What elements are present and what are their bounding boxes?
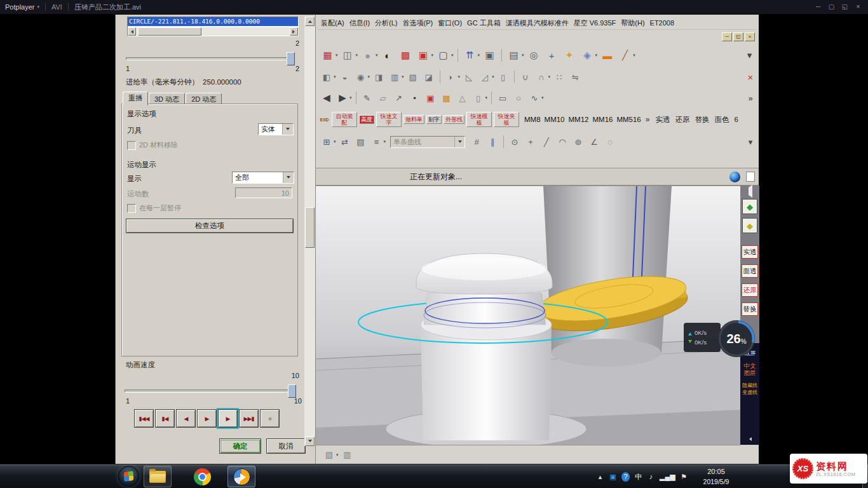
plugin-button[interactable]: 中文图层 bbox=[742, 362, 758, 376]
horizontal-scrollbar[interactable] bbox=[128, 27, 298, 36]
first-frame-button[interactable]: ▮◀◀ bbox=[134, 409, 154, 428]
shell-icon[interactable]: ▯ bbox=[496, 70, 510, 84]
display-mode-button[interactable]: 替换 bbox=[693, 115, 710, 125]
move-up-icon[interactable]: ⇈ bbox=[462, 48, 478, 64]
delete-red-icon[interactable]: × bbox=[743, 70, 757, 84]
engrave-button[interactable]: 刻字 bbox=[426, 115, 442, 124]
hole-icon[interactable]: ◉ bbox=[354, 70, 368, 84]
height-button[interactable]: 高度 bbox=[359, 115, 374, 124]
dropdown-arrow-icon[interactable]: ▾ bbox=[356, 53, 358, 58]
plane-icon[interactable]: ▱ bbox=[376, 91, 390, 105]
frame-slider[interactable] bbox=[126, 52, 295, 65]
dropdown-arrow-icon[interactable]: ▾ bbox=[485, 95, 488, 100]
compare-icon[interactable]: ◈ bbox=[580, 48, 595, 64]
boss-icon[interactable]: ◨ bbox=[372, 70, 386, 84]
dropdown-button[interactable] bbox=[283, 172, 294, 183]
cube-gold-icon[interactable]: ▩ bbox=[440, 91, 454, 105]
exd-icon[interactable]: EXD bbox=[320, 118, 329, 122]
snap-grid-icon[interactable]: ⊞ bbox=[320, 135, 334, 149]
slash-icon[interactable]: ╱ bbox=[617, 48, 633, 64]
ruler-icon[interactable]: ▬ bbox=[599, 48, 615, 64]
play-button[interactable]: ▶ bbox=[218, 409, 238, 428]
checkbox-box[interactable] bbox=[127, 141, 136, 150]
snap-arc-icon[interactable]: ◠ bbox=[555, 135, 569, 149]
slider-track[interactable] bbox=[125, 390, 296, 393]
snap-point-icon[interactable]: ⊙ bbox=[508, 135, 522, 149]
yellow-diamond-button[interactable]: ◆ bbox=[742, 218, 757, 233]
material-removal-checkbox[interactable]: 2D 材料移除 bbox=[127, 140, 178, 150]
sheet-list-icon[interactable]: ▤ bbox=[506, 48, 522, 64]
mm-size-button[interactable]: MM12 bbox=[569, 116, 589, 123]
material-list-button[interactable]: 做料单 bbox=[403, 115, 424, 124]
window-icon[interactable]: ▣ bbox=[482, 48, 498, 64]
start-button[interactable] bbox=[118, 466, 139, 487]
view-layout-icon[interactable]: ◫ bbox=[340, 48, 356, 64]
display-mode-button[interactable]: 实透 bbox=[654, 115, 671, 125]
more-chevron-icon[interactable]: » bbox=[743, 91, 757, 105]
dropdown-arrow-icon[interactable]: ▾ bbox=[349, 95, 352, 100]
step-forward-button[interactable]: ▶ bbox=[197, 409, 217, 428]
gcode-selected-line[interactable]: CIRCLE/-221.811,-18.416,0.000,0.0000 bbox=[128, 17, 298, 26]
display-mode-button[interactable]: 6 bbox=[733, 116, 739, 123]
menu-item[interactable]: ET2008 bbox=[648, 18, 677, 28]
collapse-arrow-icon[interactable] bbox=[747, 437, 752, 441]
curve-type-select[interactable]: 单条曲线 bbox=[390, 136, 465, 148]
target-icon[interactable]: ◎ bbox=[526, 48, 542, 64]
scrollbar-thumb[interactable] bbox=[138, 27, 201, 36]
minimize-button[interactable]: ─ bbox=[812, 1, 824, 13]
child-minimize-button[interactable]: ─ bbox=[722, 32, 732, 41]
taskbar-chrome-button[interactable] bbox=[188, 466, 216, 487]
dropdown-arrow-icon[interactable]: ▾ bbox=[548, 74, 551, 79]
sketch-icon[interactable]: ✎ bbox=[360, 91, 374, 105]
rib-icon[interactable]: ◪ bbox=[422, 70, 436, 84]
menu-item[interactable]: 首选项(P) bbox=[400, 17, 436, 29]
taskbar-potplayer-button[interactable] bbox=[227, 466, 255, 487]
quick-text-button[interactable]: 快速文字 bbox=[376, 112, 402, 127]
dialog-scrollbar[interactable] bbox=[304, 17, 315, 446]
scrollbar-track[interactable] bbox=[136, 27, 290, 36]
rect-tool-icon[interactable]: ▭ bbox=[496, 91, 510, 105]
child-close-button[interactable]: × bbox=[745, 32, 755, 41]
taskbar-explorer-button[interactable] bbox=[144, 466, 172, 487]
mm-size-button[interactable]: MM8 bbox=[524, 116, 541, 123]
shaded-view-icon[interactable]: ◐ bbox=[380, 48, 396, 64]
draft-icon[interactable]: ◿ bbox=[478, 70, 492, 84]
quick-template-button[interactable]: 快速模板 bbox=[466, 112, 492, 127]
menu-item[interactable]: 星空 V6.935F bbox=[571, 17, 619, 29]
circle-tool-icon[interactable]: ○ bbox=[512, 91, 526, 105]
collapse-arrow-icon[interactable] bbox=[747, 187, 752, 195]
revolve-icon[interactable]: ◒ bbox=[338, 70, 352, 84]
cube-display-icon[interactable]: ▧ bbox=[322, 448, 336, 462]
tray-help-icon[interactable]: ? bbox=[621, 472, 630, 482]
scroll-down-button[interactable] bbox=[305, 437, 315, 446]
grid-array-icon[interactable]: ▦ bbox=[320, 48, 336, 64]
list-view-icon[interactable]: ▤ bbox=[354, 135, 368, 149]
overflow-chevron-icon[interactable]: » bbox=[644, 115, 652, 124]
maximize-button[interactable]: ▢ bbox=[825, 1, 837, 13]
mirror-icon[interactable]: ⇋ bbox=[568, 70, 582, 84]
ime-indicator-icon[interactable]: 中 bbox=[634, 472, 642, 482]
progress-percent-widget[interactable]: 26% bbox=[715, 318, 757, 360]
action-center-flag-icon[interactable]: ⚑ bbox=[680, 472, 688, 482]
display-mode-button[interactable]: 还原 bbox=[674, 115, 691, 125]
key-icon[interactable]: ✦ bbox=[562, 48, 578, 64]
dropdown-button[interactable] bbox=[454, 137, 465, 147]
snap-end-icon[interactable]: + bbox=[524, 135, 538, 149]
snap-angle-icon[interactable]: ∠ bbox=[587, 135, 601, 149]
back-arrow-icon[interactable]: ◀ bbox=[320, 91, 334, 105]
chamfer-icon[interactable]: ◺ bbox=[462, 70, 476, 84]
block-red-icon[interactable]: ▩ bbox=[398, 48, 414, 64]
mm-size-button[interactable]: MM10 bbox=[545, 116, 565, 123]
filter-icon[interactable]: ≡ bbox=[370, 135, 384, 149]
parallel-icon[interactable]: ∥ bbox=[485, 135, 499, 149]
dropdown-arrow-icon[interactable]: ▾ bbox=[451, 53, 454, 58]
cancel-button[interactable]: 取消 bbox=[266, 438, 306, 454]
pattern-icon[interactable]: ∷ bbox=[552, 70, 566, 84]
stop-button[interactable]: ■ bbox=[260, 409, 280, 428]
dropdown-arrow-icon[interactable]: ▾ bbox=[492, 74, 494, 79]
hidden-icons-arrow-icon[interactable]: ▴ bbox=[596, 472, 604, 482]
scroll-left-button[interactable] bbox=[128, 27, 136, 36]
side-shitou-button[interactable]: 实透 bbox=[742, 245, 758, 259]
spline-tool-icon[interactable]: ∿ bbox=[527, 91, 541, 105]
play-backward-button[interactable]: ◀ bbox=[176, 409, 196, 428]
